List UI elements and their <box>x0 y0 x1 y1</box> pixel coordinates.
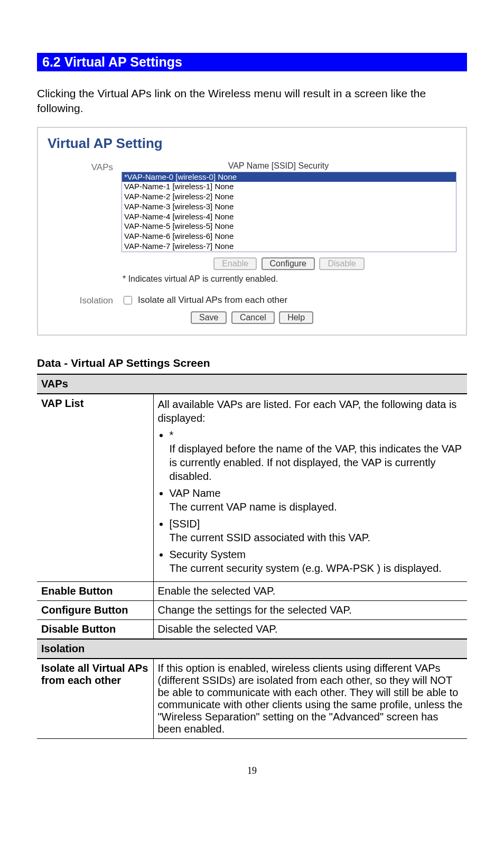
vap-list-row-label: VAP List <box>37 394 153 582</box>
isolation-checkbox[interactable] <box>124 296 132 304</box>
save-button[interactable]: Save <box>191 311 227 324</box>
disable-button[interactable]: Disable <box>319 257 364 270</box>
list-item[interactable]: VAP-Name-2 [wireless-2] None <box>122 192 456 202</box>
enable-button[interactable]: Enable <box>213 257 257 270</box>
list-item[interactable]: VAP-Name-6 [wireless-6] None <box>122 231 456 242</box>
isolate-row-label: Isolate all Virtual APs from each other <box>37 659 153 739</box>
disable-row-label: Disable Button <box>37 619 153 639</box>
page-number: 19 <box>37 765 467 776</box>
configure-row-desc: Change the settings for the selected VAP… <box>153 600 467 619</box>
data-heading: Data - Virtual AP Settings Screen <box>37 357 467 369</box>
vap-list-row-desc: All available VAPs are listed. For each … <box>153 394 467 582</box>
isolation-label: Isolation <box>48 294 122 306</box>
list-item[interactable]: VAP-Name-7 [wireless-7] None <box>122 242 456 252</box>
isolation-checkbox-label: Isolate all Virtual APs from each other <box>138 295 287 305</box>
screenshot-title: Virtual AP Setting <box>48 135 456 152</box>
vaps-label: VAPs <box>48 161 122 173</box>
enabled-note: * Indicates virtual AP is currently enab… <box>123 274 456 284</box>
list-item[interactable]: *VAP-Name-0 [wireless-0] None <box>122 172 456 182</box>
list-item[interactable]: VAP-Name-3 [wireless-3] None <box>122 202 456 212</box>
enable-row-desc: Enable the selected VAP. <box>153 581 467 600</box>
enable-row-label: Enable Button <box>37 581 153 600</box>
cancel-button[interactable]: Cancel <box>231 311 275 324</box>
list-item[interactable]: VAP-Name-4 [wireless-4] None <box>122 212 456 222</box>
vap-list-header: VAP Name [SSID] Security <box>122 161 456 171</box>
vap-listbox[interactable]: *VAP-Name-0 [wireless-0] None VAP-Name-1… <box>122 172 456 252</box>
data-table: VAPs VAP List All available VAPs are lis… <box>37 374 467 739</box>
configure-row-label: Configure Button <box>37 600 153 619</box>
isolate-row-desc: If this option is enabled, wireless clie… <box>153 659 467 739</box>
list-item[interactable]: VAP-Name-1 [wireless-1] None <box>122 182 456 192</box>
help-button[interactable]: Help <box>279 311 313 324</box>
section-header: 6.2 Virtual AP Settings <box>37 53 467 71</box>
disable-row-desc: Disable the selected VAP. <box>153 619 467 639</box>
intro-paragraph: Clicking the Virtual APs link on the Wir… <box>37 86 467 116</box>
list-item[interactable]: VAP-Name-5 [wireless-5] None <box>122 221 456 231</box>
configure-button[interactable]: Configure <box>262 257 315 270</box>
virtual-ap-screenshot: Virtual AP Setting VAPs VAP Name [SSID] … <box>37 127 467 336</box>
isolation-section-header: Isolation <box>37 639 467 659</box>
vaps-section-header: VAPs <box>37 374 467 394</box>
